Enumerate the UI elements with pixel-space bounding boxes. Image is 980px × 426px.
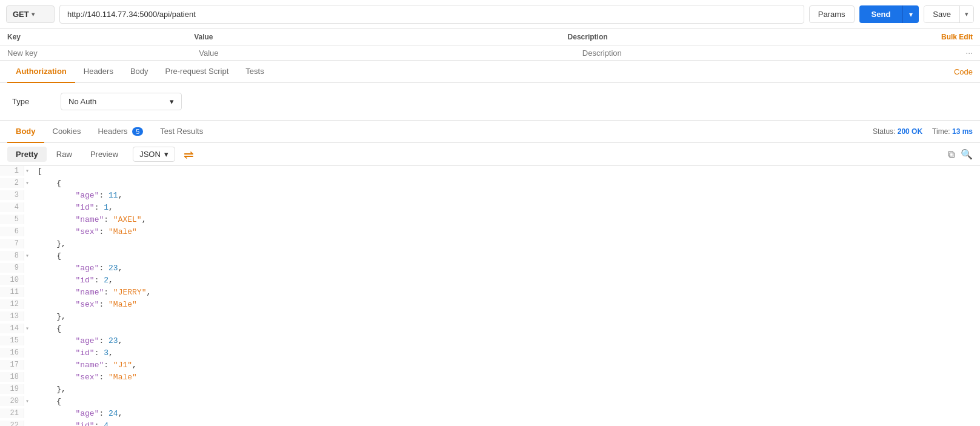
new-description-input[interactable] [582, 48, 966, 58]
save-button[interactable]: Save [924, 6, 959, 22]
line-content: "sex": "Male" [33, 299, 142, 310]
line-content: "age": 23, [33, 263, 127, 273]
line-number: 9 [0, 263, 24, 273]
line-number: 12 [0, 299, 24, 309]
line-content: { [33, 178, 66, 188]
code-line: 20▾ { [0, 396, 980, 408]
top-bar: GET ▾ Params Send ▾ Save ▾ [0, 0, 980, 29]
params-button[interactable]: Params [809, 5, 855, 23]
time-value: 13 ms [952, 127, 973, 136]
status-label: Status: 200 OK [873, 127, 922, 136]
line-content: { [33, 251, 66, 261]
collapse-icon[interactable]: ▾ [24, 251, 33, 261]
wrap-icon[interactable]: ⇌ [184, 147, 194, 162]
line-number: 13 [0, 311, 24, 321]
collapse-icon [24, 239, 33, 241]
resp-tab-headers[interactable]: Headers 5 [89, 121, 152, 143]
code-line: 12 "sex": "Male" [0, 299, 980, 311]
auth-type-label: Type [12, 97, 48, 106]
collapse-icon [24, 287, 33, 290]
collapse-icon [24, 336, 33, 338]
auth-row: Type No Auth ▾ [12, 93, 968, 110]
code-line: 3 "age": 11, [0, 190, 980, 202]
params-header: Key Value Description Bulk Edit [0, 29, 980, 45]
send-button[interactable]: Send [859, 5, 903, 23]
search-button[interactable]: 🔍 [961, 148, 973, 160]
tab-tests[interactable]: Tests [237, 61, 272, 83]
line-number: 3 [0, 190, 24, 200]
collapse-icon [24, 202, 33, 205]
tab-body[interactable]: Body [122, 61, 157, 83]
response-section: Body Cookies Headers 5 Test Results Stat… [0, 121, 980, 426]
collapse-icon[interactable]: ▾ [24, 178, 33, 188]
format-label: JSON [139, 150, 161, 159]
body-view-bar: Pretty Raw Preview JSON ▾ ⇌ ⧉ 🔍 [0, 143, 980, 166]
url-input[interactable] [59, 5, 804, 24]
code-line: 8▾ { [0, 251, 980, 263]
line-number: 1 [0, 166, 24, 176]
line-number: 11 [0, 287, 24, 297]
bulk-edit-button[interactable]: Bulk Edit [941, 33, 973, 41]
code-line: 21 "age": 24, [0, 408, 980, 421]
line-number: 7 [0, 239, 24, 248]
auth-type-select[interactable]: No Auth ▾ [61, 93, 182, 110]
line-content: }, [33, 311, 71, 322]
line-number: 16 [0, 348, 24, 358]
row-options-button[interactable]: ··· [965, 48, 973, 58]
line-number: 10 [0, 275, 24, 285]
line-content: { [33, 324, 66, 334]
method-select[interactable]: GET ▾ [6, 5, 55, 23]
collapse-icon[interactable]: ▾ [24, 396, 33, 406]
auth-chevron: ▾ [170, 97, 174, 106]
save-dropdown-button[interactable]: ▾ [959, 6, 973, 22]
resp-tab-body[interactable]: Body [7, 121, 44, 143]
line-content: "id": 2, [33, 275, 118, 285]
main-content: Key Value Description Bulk Edit ··· Auth… [0, 29, 980, 426]
line-content: "sex": "Male" [33, 372, 142, 382]
view-pretty-button[interactable]: Pretty [7, 147, 47, 162]
tab-pre-request-script[interactable]: Pre-request Script [157, 61, 238, 83]
params-new-row: ··· [0, 45, 980, 60]
new-key-input[interactable] [7, 48, 199, 58]
line-number: 19 [0, 384, 24, 394]
resp-status-bar: Status: 200 OK Time: 13 ms [873, 127, 973, 136]
view-raw-button[interactable]: Raw [48, 147, 81, 162]
line-content: }, [33, 239, 71, 249]
collapse-icon [24, 215, 33, 217]
collapse-icon[interactable]: ▾ [24, 324, 33, 333]
resp-tab-cookies[interactable]: Cookies [44, 121, 90, 143]
code-link[interactable]: Code [954, 67, 973, 76]
view-preview-button[interactable]: Preview [82, 147, 127, 162]
tab-authorization[interactable]: Authorization [7, 61, 75, 83]
code-line: 18 "sex": "Male" [0, 372, 980, 384]
code-line: 5 "name": "AXEL", [0, 215, 980, 227]
collapse-icon [24, 348, 33, 350]
format-chevron: ▾ [164, 150, 168, 159]
line-content: "id": 3, [33, 348, 118, 358]
collapse-icon[interactable]: ▾ [24, 166, 33, 176]
collapse-icon [24, 227, 33, 229]
collapse-icon [24, 299, 33, 302]
line-content: "age": 23, [33, 336, 127, 346]
send-dropdown-button[interactable]: ▾ [902, 5, 919, 23]
code-line: 2▾ { [0, 178, 980, 190]
collapse-icon [24, 190, 33, 193]
line-content: "name": "JERRY", [33, 287, 156, 298]
line-number: 21 [0, 408, 24, 418]
copy-button[interactable]: ⧉ [948, 149, 955, 160]
line-content: "sex": "Male" [33, 227, 142, 237]
method-chevron: ▾ [32, 11, 35, 18]
collapse-icon [24, 384, 33, 387]
line-content: }, [33, 384, 71, 394]
code-line: 7 }, [0, 239, 980, 251]
line-content: "age": 24, [33, 408, 127, 419]
save-btn-group: Save ▾ [924, 5, 974, 23]
line-content: "name": "AXEL", [33, 215, 151, 225]
code-line: 10 "id": 2, [0, 275, 980, 287]
new-value-input[interactable] [199, 48, 582, 58]
code-area[interactable]: 1▾[2▾ {3 "age": 11,4 "id": 1,5 "name": "… [0, 166, 980, 426]
format-select[interactable]: JSON ▾ [133, 147, 175, 162]
tab-headers[interactable]: Headers [75, 61, 122, 83]
col-description-header: Description [568, 33, 941, 41]
resp-tab-test-results[interactable]: Test Results [152, 121, 212, 143]
